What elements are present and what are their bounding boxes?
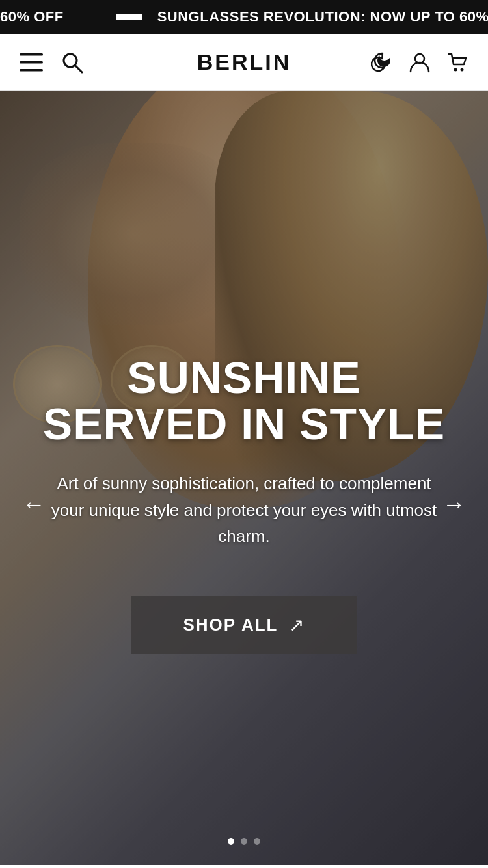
announcement-text: 60% OFF SUNGLASSES REVOLUTION: NOW UP TO… <box>0 8 488 25</box>
search-icon[interactable] <box>61 51 83 74</box>
shop-all-button[interactable]: SHOP ALL ↗ <box>131 596 357 654</box>
header-right <box>371 51 468 74</box>
announcement-bar: 60% OFF SUNGLASSES REVOLUTION: NOW UP TO… <box>0 0 488 34</box>
svg-point-6 <box>454 68 457 71</box>
shop-all-label: SHOP ALL <box>183 615 278 635</box>
menu-icon[interactable] <box>20 53 43 72</box>
hero-section: ← → SUNSHINE SERVED IN STYLE Art of sunn… <box>0 91 488 865</box>
header: BERLIN <box>0 34 488 91</box>
announcement-dot-1 <box>116 14 142 20</box>
svg-point-7 <box>461 68 464 71</box>
hero-dot-3[interactable] <box>254 838 260 845</box>
hero-content: SUNSHINE SERVED IN STYLE Art of sunny so… <box>0 91 488 865</box>
hero-pagination-dots <box>228 838 260 845</box>
site-logo[interactable]: BERLIN <box>197 49 291 75</box>
svg-line-4 <box>75 66 82 72</box>
hero-title: SUNSHINE SERVED IN STYLE <box>39 355 449 448</box>
svg-rect-0 <box>20 53 43 56</box>
cart-icon[interactable] <box>446 51 468 74</box>
account-icon[interactable] <box>409 51 431 74</box>
hero-dot-1[interactable] <box>228 838 234 845</box>
hero-subtitle: Art of sunny sophistication, crafted to … <box>39 470 449 549</box>
dark-mode-icon[interactable] <box>371 51 393 74</box>
svg-rect-1 <box>20 61 43 64</box>
hero-dot-2[interactable] <box>241 838 247 845</box>
announcement-item-1: 60% OFF <box>0 8 116 25</box>
shop-all-arrow-icon: ↗ <box>289 614 305 636</box>
announcement-item-2: SUNGLASSES REVOLUTION: NOW UP TO 60% OFF <box>157 8 488 25</box>
header-left <box>20 51 83 74</box>
svg-rect-2 <box>20 69 43 72</box>
